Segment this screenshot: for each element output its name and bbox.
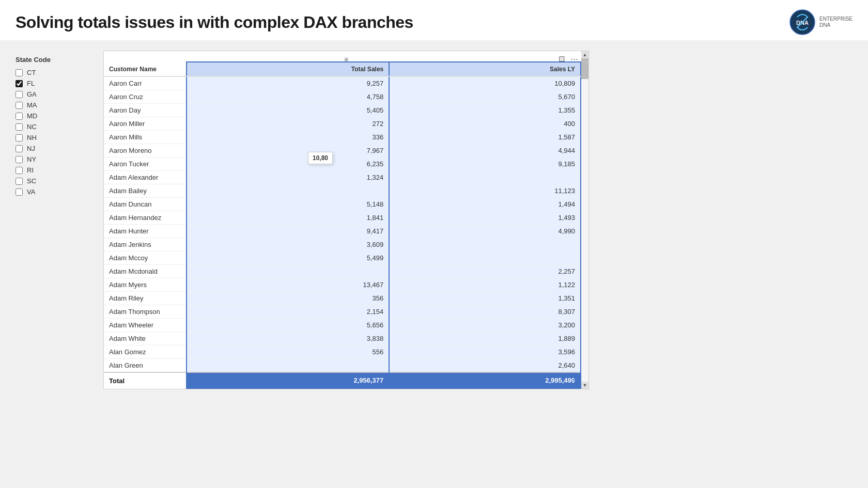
cell-customer-name: Aaron Mills bbox=[104, 131, 187, 144]
data-table: Customer Name Total Sales Sales LY Aaron… bbox=[104, 61, 581, 389]
col-header-customer-name[interactable]: Customer Name bbox=[104, 62, 187, 76]
cell-customer-name: Alan Gomez bbox=[104, 345, 187, 359]
scrollbar-thumb[interactable] bbox=[581, 58, 588, 79]
cell-sales-ly: 11,123 bbox=[389, 184, 581, 198]
table-row[interactable]: Adam Mcdonald2,257 bbox=[104, 265, 581, 278]
sidebar-label-ct: CT bbox=[27, 69, 36, 76]
expand-icon[interactable]: ⊡ bbox=[559, 54, 565, 64]
sidebar-item-ct[interactable]: CT bbox=[16, 69, 88, 76]
hamburger-icon[interactable]: ≡ bbox=[344, 55, 348, 64]
sidebar-item-fl[interactable]: FL bbox=[16, 80, 88, 87]
sidebar-item-sc[interactable]: SC bbox=[16, 177, 88, 185]
sidebar-item-nc[interactable]: NC bbox=[16, 123, 88, 131]
cell-customer-name: Aaron Cruz bbox=[104, 90, 187, 104]
logo-text: ENTERPRISE DNA bbox=[819, 16, 853, 28]
visual-container: ≡ ⊡ ⋯ ▲ ▼ Customer Name Total Sales Sale… bbox=[103, 51, 589, 389]
sidebar-label-ga: GA bbox=[27, 90, 37, 98]
table-row[interactable]: Adam Bailey11,123 bbox=[104, 184, 581, 198]
cell-sales-ly: 2,257 bbox=[389, 265, 581, 278]
page-title: Solving totals issues in with complex DA… bbox=[16, 13, 413, 32]
table-row[interactable]: Adam Thompson2,1548,307 bbox=[104, 305, 581, 319]
cell-customer-name: Aaron Tucker bbox=[104, 158, 187, 171]
cell-total-sales: 5,499 bbox=[187, 251, 389, 265]
cell-customer-name: Adam Hunter bbox=[104, 225, 187, 238]
table-row[interactable]: Adam White3,8381,889 bbox=[104, 332, 581, 345]
cell-total-sales: 5,405 bbox=[187, 104, 389, 117]
edit-icon[interactable]: ✎ bbox=[573, 377, 578, 385]
table-row[interactable]: Adam Myers13,4671,122 bbox=[104, 278, 581, 292]
cell-sales-ly: 4,990 bbox=[389, 225, 581, 238]
page-header: Solving totals issues in with complex DA… bbox=[0, 0, 868, 40]
cell-sales-ly: 2,640 bbox=[389, 359, 581, 373]
table-row[interactable]: Adam Jenkins3,609 bbox=[104, 238, 581, 251]
table-row[interactable]: Alan Green2,640 bbox=[104, 359, 581, 373]
cell-total-sales bbox=[187, 359, 389, 373]
cell-sales-ly bbox=[389, 171, 581, 184]
cell-customer-name: Adam White bbox=[104, 332, 187, 345]
sidebar-item-ny[interactable]: NY bbox=[16, 155, 88, 163]
table-row[interactable]: Aaron Tucker6,2359,185 bbox=[104, 158, 581, 171]
scrollbar-down[interactable]: ▼ bbox=[581, 382, 588, 389]
cell-total-sales: 13,467 bbox=[187, 278, 389, 292]
cell-customer-name: Adam Duncan bbox=[104, 198, 187, 211]
cell-sales-ly: 1,122 bbox=[389, 278, 581, 292]
cell-total-sales bbox=[187, 184, 389, 198]
table-row[interactable]: Adam Alexander1,324 bbox=[104, 171, 581, 184]
cell-total-sales: 1,841 bbox=[187, 211, 389, 225]
total-label: Total bbox=[104, 372, 187, 388]
table-row[interactable]: Adam Hunter9,4174,990 bbox=[104, 225, 581, 238]
scrollbar-track bbox=[581, 58, 588, 382]
table-row[interactable]: Aaron Day5,4051,355 bbox=[104, 104, 581, 117]
cell-sales-ly: 1,494 bbox=[389, 198, 581, 211]
total-sales-ly-value: 2,995,499 bbox=[389, 372, 581, 388]
sidebar-item-ma[interactable]: MA bbox=[16, 101, 88, 109]
table-row[interactable]: Aaron Carr9,25710,809 bbox=[104, 76, 581, 90]
cell-sales-ly: 1,889 bbox=[389, 332, 581, 345]
cell-customer-name: Aaron Miller bbox=[104, 117, 187, 131]
cell-total-sales: 3,609 bbox=[187, 238, 389, 251]
cell-customer-name: Adam Riley bbox=[104, 292, 187, 305]
table-row[interactable]: Adam Duncan5,1481,494 bbox=[104, 198, 581, 211]
sidebar-item-ri[interactable]: RI bbox=[16, 166, 88, 174]
cell-sales-ly: 1,355 bbox=[389, 104, 581, 117]
cell-sales-ly: 8,307 bbox=[389, 305, 581, 319]
more-icon[interactable]: ⋯ bbox=[570, 54, 578, 64]
table-row[interactable]: Adam Riley3561,351 bbox=[104, 292, 581, 305]
table-row[interactable]: Aaron Mills3361,587 bbox=[104, 131, 581, 144]
sidebar-label-ri: RI bbox=[27, 166, 34, 174]
sidebar-item-va[interactable]: VA bbox=[16, 188, 88, 196]
total-sales-value: 2,956,377 bbox=[187, 372, 389, 388]
sidebar-label-ny: NY bbox=[27, 155, 36, 163]
cell-sales-ly: 3,596 bbox=[389, 345, 581, 359]
sidebar-label-fl: FL bbox=[27, 80, 35, 87]
cell-total-sales bbox=[187, 265, 389, 278]
cell-sales-ly: 1,587 bbox=[389, 131, 581, 144]
sidebar-label-nh: NH bbox=[27, 134, 37, 141]
sidebar-item-nj[interactable]: NJ bbox=[16, 145, 88, 152]
table-row[interactable]: Adam Wheeler5,6563,200 bbox=[104, 319, 581, 332]
cell-sales-ly: 3,200 bbox=[389, 319, 581, 332]
cell-total-sales: 6,235 bbox=[187, 158, 389, 171]
cell-total-sales: 7,967 bbox=[187, 144, 389, 158]
cell-customer-name: Adam Mcdonald bbox=[104, 265, 187, 278]
cell-total-sales: 4,758 bbox=[187, 90, 389, 104]
col-header-total-sales[interactable]: Total Sales bbox=[187, 62, 389, 76]
table-row[interactable]: Aaron Miller272400 bbox=[104, 117, 581, 131]
sidebar-label-md: MD bbox=[27, 112, 37, 120]
sidebar-item-ga[interactable]: GA bbox=[16, 90, 88, 98]
scrollbar-up[interactable]: ▲ bbox=[581, 51, 588, 58]
col-header-sales-ly[interactable]: Sales LY bbox=[389, 62, 581, 76]
sidebar-item-nh[interactable]: NH bbox=[16, 134, 88, 141]
table-row[interactable]: Adam Mccoy5,499 bbox=[104, 251, 581, 265]
sidebar-item-md[interactable]: MD bbox=[16, 112, 88, 120]
cell-total-sales: 556 bbox=[187, 345, 389, 359]
cell-total-sales: 1,324 bbox=[187, 171, 389, 184]
table-row[interactable]: Aaron Cruz4,7585,670 bbox=[104, 90, 581, 104]
table-row[interactable]: Adam Hernandez1,8411,493 bbox=[104, 211, 581, 225]
checkbox-list: CTFLGAMAMDNCNHNJNYRISCVA bbox=[16, 69, 88, 196]
cell-sales-ly: 10,809 bbox=[389, 76, 581, 90]
cell-sales-ly bbox=[389, 238, 581, 251]
sidebar: State Code CTFLGAMAMDNCNHNJNYRISCVA bbox=[16, 51, 88, 389]
table-row[interactable]: Alan Gomez5563,596 bbox=[104, 345, 581, 359]
table-row[interactable]: Aaron Moreno7,9674,944 bbox=[104, 144, 581, 158]
